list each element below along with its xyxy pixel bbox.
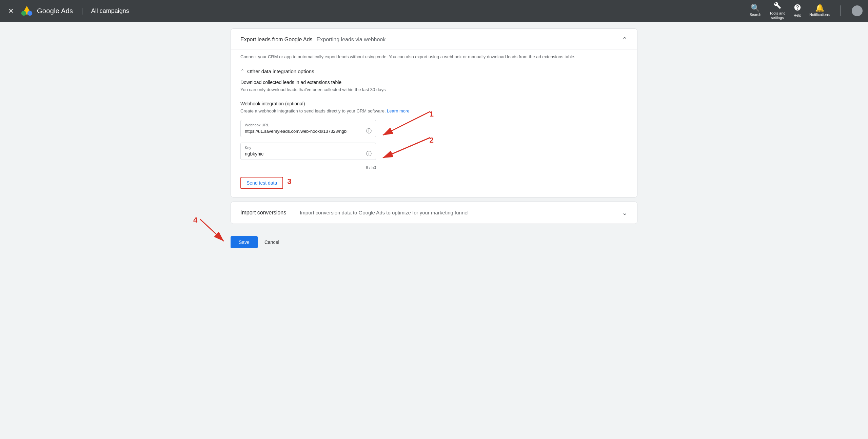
search-icon: 🔍 (751, 4, 760, 12)
main-content: Export leads from Google Ads Exporting l… (197, 22, 671, 267)
svg-point-1 (27, 11, 32, 16)
header-separator (841, 5, 841, 16)
search-nav-label: Search (750, 13, 762, 17)
app-header: ✕ Google Ads | All campaigns 🔍 Search To… (0, 0, 868, 22)
help-nav-button[interactable]: Help (793, 4, 801, 18)
download-title: Download collected leads in ad extension… (240, 80, 628, 85)
import-card-left: Import conversions Import conversion dat… (240, 210, 469, 216)
header-left: ✕ Google Ads | All campaigns (5, 5, 750, 17)
send-test-data-button[interactable]: Send test data (240, 177, 283, 189)
search-nav-button[interactable]: 🔍 Search (750, 4, 762, 17)
import-title: Import conversions (240, 210, 286, 216)
export-leads-card-header: Export leads from Google Ads Exporting l… (231, 29, 637, 49)
close-button[interactable]: ✕ (5, 5, 17, 16)
section-title: All campaigns (91, 7, 129, 15)
other-options-toggle[interactable]: ⌃ (240, 68, 244, 74)
other-options-label: Other data integration options (247, 68, 314, 74)
svg-point-2 (21, 11, 26, 16)
key-field[interactable]: Key ngbkyhic ⓘ (240, 143, 376, 160)
import-conversions-card: Import conversions Import conversion dat… (231, 202, 637, 224)
annotation-3-label: 3 (287, 177, 291, 186)
app-title: Google Ads (37, 7, 73, 15)
annotation-4-label: 4 (193, 216, 197, 225)
notifications-icon: 🔔 (815, 4, 824, 12)
help-icon (794, 4, 801, 13)
tools-settings-icon (774, 2, 781, 11)
export-leads-card: Export leads from Google Ads Exporting l… (231, 28, 637, 197)
webhook-description: Create a webhook integration to send lea… (240, 108, 628, 114)
avatar[interactable] (852, 5, 863, 16)
import-expand-icon[interactable]: ⌄ (622, 209, 628, 217)
header-right: 🔍 Search Tools and settings Help 🔔 Notif… (750, 2, 863, 20)
webhook-url-field[interactable]: Webhook URL https://u1.savemyleads.com/w… (240, 120, 376, 137)
webhook-url-help-icon[interactable]: ⓘ (366, 128, 372, 135)
tools-settings-nav-label: Tools and settings (769, 11, 785, 20)
webhook-section: Webhook integration (optional) Create a … (240, 101, 628, 189)
tools-settings-nav-button[interactable]: Tools and settings (769, 2, 785, 20)
card-header-left: Export leads from Google Ads Exporting l… (240, 37, 386, 43)
export-leads-subtitle: Exporting leads via webhook (317, 37, 386, 43)
webhook-url-label: Webhook URL (245, 123, 372, 127)
webhook-url-row: https://u1.savemyleads.com/web-hooks/137… (245, 128, 372, 135)
webhook-url-value: https://u1.savemyleads.com/web-hooks/137… (245, 129, 366, 134)
svg-line-4 (383, 111, 430, 135)
download-subsection: Download collected leads in ad extension… (240, 80, 628, 93)
export-leads-title: Export leads from Google Ads (240, 37, 313, 43)
svg-line-8 (200, 219, 224, 241)
key-row: ngbkyhic ⓘ (245, 150, 372, 158)
webhook-title: Webhook integration (optional) (240, 101, 628, 106)
learn-more-link[interactable]: Learn more (387, 108, 409, 113)
other-options-section-header: ⌃ Other data integration options (240, 68, 628, 74)
key-counter: 8 / 50 (240, 165, 376, 170)
cancel-button[interactable]: Cancel (262, 236, 282, 248)
notifications-nav-label: Notifications (809, 13, 830, 17)
key-label: Key (245, 146, 372, 150)
key-help-icon[interactable]: ⓘ (366, 150, 372, 158)
key-value: ngbkyhic (245, 151, 366, 156)
header-divider: | (81, 7, 83, 15)
help-nav-label: Help (793, 13, 801, 18)
export-leads-body: ⌃ Other data integration options Downloa… (231, 60, 637, 197)
export-leads-description: Connect your CRM or app to automatically… (231, 49, 637, 60)
bottom-actions: 4 Save Cancel (231, 231, 637, 254)
import-description: Import conversion data to Google Ads to … (300, 210, 469, 215)
download-description: You can only download leads that've been… (240, 86, 410, 93)
google-ads-logo-icon (21, 5, 33, 17)
collapse-icon[interactable]: ⌃ (622, 36, 628, 44)
import-card-inner: Import conversions Import conversion dat… (231, 202, 637, 224)
save-button[interactable]: Save (231, 236, 258, 248)
notifications-nav-button[interactable]: 🔔 Notifications (809, 4, 830, 17)
